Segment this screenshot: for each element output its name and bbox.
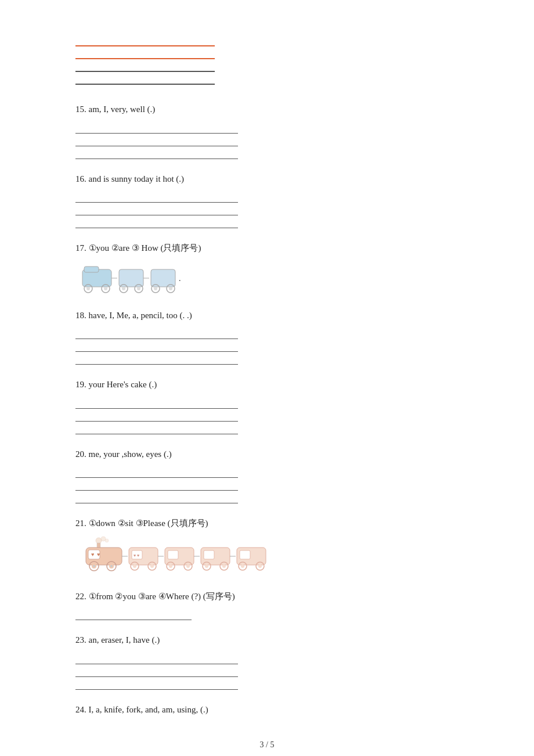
svg-point-56 bbox=[222, 564, 226, 568]
train-image-1: . bbox=[81, 261, 459, 296]
question-21: 21. ①down ②sit ③Please (只填序号) ♥ ♥ bbox=[75, 516, 459, 577]
question-15: 15. am, I, very, well (.) bbox=[75, 102, 459, 159]
q22-write-area bbox=[75, 607, 459, 620]
write-line bbox=[75, 203, 238, 215]
svg-text:♥: ♥ bbox=[91, 552, 94, 557]
q18-text: 18. have, I, Me, a, pencil, too (. .) bbox=[75, 308, 459, 323]
train-svg-2: ♥ ♥ ♥ ♥ bbox=[81, 536, 279, 577]
top-line-3 bbox=[75, 60, 215, 72]
question-23: 23. an, eraser, I, have (.) bbox=[75, 633, 459, 690]
q19-write-area bbox=[75, 396, 459, 434]
svg-rect-24 bbox=[97, 543, 100, 548]
q22-text: 22. ①from ②you ③are ④Where (?) (写序号) bbox=[75, 589, 459, 604]
svg-point-40 bbox=[133, 564, 136, 568]
write-line bbox=[75, 352, 238, 365]
page-number: 3 / 5 bbox=[75, 740, 459, 750]
q18-write-area bbox=[75, 326, 459, 365]
top-line-1 bbox=[75, 35, 215, 46]
question-18: 18. have, I, Me, a, pencil, too (. .) bbox=[75, 308, 459, 365]
train-svg-1: . bbox=[81, 261, 209, 296]
write-line bbox=[75, 121, 238, 134]
write-line bbox=[75, 677, 238, 690]
write-line bbox=[75, 134, 238, 146]
svg-text:♥: ♥ bbox=[97, 552, 100, 557]
svg-point-11 bbox=[137, 287, 140, 290]
q20-text: 20. me, your ,show, eyes (.) bbox=[75, 447, 459, 462]
svg-point-17 bbox=[169, 287, 172, 290]
svg-point-47 bbox=[169, 564, 172, 568]
question-24: 24. I, a, knife, fork, and, am, using, (… bbox=[75, 703, 459, 718]
q17-text: 17. ①you ②are ③ How (只填序号) bbox=[75, 241, 459, 256]
write-line bbox=[75, 607, 192, 620]
question-19: 19. your Here's cake (.) bbox=[75, 377, 459, 434]
svg-text:♥ ♥: ♥ ♥ bbox=[134, 553, 139, 558]
write-line bbox=[75, 478, 238, 491]
q15-write-area bbox=[75, 121, 459, 159]
write-line bbox=[75, 664, 238, 677]
write-line bbox=[75, 396, 238, 409]
svg-point-21 bbox=[96, 538, 102, 543]
q23-text: 23. an, eraser, I, have (.) bbox=[75, 633, 459, 648]
write-line bbox=[75, 146, 238, 159]
svg-point-31 bbox=[93, 565, 95, 567]
svg-point-54 bbox=[205, 564, 208, 568]
question-16: 16. and is sunny today it hot (.) bbox=[75, 172, 459, 229]
question-17: 17. ①you ②are ③ How (只填序号) bbox=[75, 241, 459, 296]
svg-point-10 bbox=[122, 287, 125, 290]
svg-rect-52 bbox=[204, 550, 214, 559]
q20-write-area bbox=[75, 465, 459, 503]
q16-write-area bbox=[75, 190, 459, 228]
write-line bbox=[75, 422, 238, 434]
svg-point-34 bbox=[110, 565, 113, 567]
svg-rect-59 bbox=[240, 550, 250, 559]
q23-write-area bbox=[75, 651, 459, 690]
svg-point-49 bbox=[186, 564, 190, 568]
svg-rect-1 bbox=[84, 267, 99, 272]
svg-point-63 bbox=[258, 564, 262, 568]
svg-point-42 bbox=[150, 564, 154, 568]
write-line bbox=[75, 215, 238, 228]
write-line bbox=[75, 339, 238, 352]
top-lines bbox=[75, 35, 459, 85]
write-line bbox=[75, 409, 238, 422]
question-22: 22. ①from ②you ③are ④Where (?) (写序号) bbox=[75, 589, 459, 621]
svg-text:.: . bbox=[179, 274, 181, 283]
question-20: 20. me, your ,show, eyes (.) bbox=[75, 447, 459, 504]
q15-text: 15. am, I, very, well (.) bbox=[75, 102, 459, 117]
write-line bbox=[75, 190, 238, 203]
train-image-2: ♥ ♥ ♥ ♥ bbox=[81, 536, 459, 577]
top-line-4 bbox=[75, 73, 215, 85]
write-line bbox=[75, 491, 238, 503]
svg-point-16 bbox=[154, 287, 157, 290]
top-line-2 bbox=[75, 48, 215, 59]
svg-point-23 bbox=[105, 539, 109, 542]
q24-text: 24. I, a, knife, fork, and, am, using, (… bbox=[75, 703, 459, 718]
write-line bbox=[75, 651, 238, 664]
write-line bbox=[75, 465, 238, 478]
q21-text: 21. ①down ②sit ③Please (只填序号) bbox=[75, 516, 459, 531]
svg-point-61 bbox=[241, 564, 244, 568]
q19-text: 19. your Here's cake (.) bbox=[75, 377, 459, 393]
svg-point-5 bbox=[104, 287, 107, 290]
svg-point-4 bbox=[86, 287, 90, 290]
q16-text: 16. and is sunny today it hot (.) bbox=[75, 172, 459, 187]
svg-rect-45 bbox=[168, 550, 178, 559]
write-line bbox=[75, 326, 238, 339]
